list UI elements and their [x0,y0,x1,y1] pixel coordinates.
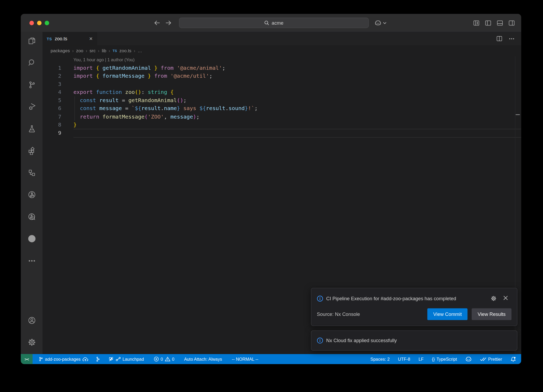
settings-gear-icon[interactable] [21,331,42,353]
status-bar: >< add-zoo-packages [21,354,521,364]
branch-name: add-zoo-packages [45,357,81,361]
copilot-status[interactable] [463,354,474,364]
notification-nx-cloud-fix[interactable]: Nx Cloud fix applied successfully [311,330,517,351]
nx-cloud-search-icon[interactable] [21,206,42,228]
error-icon [154,356,159,362]
notification-message: Nx Cloud fix applied successfully [326,338,397,343]
split-editor-icon[interactable] [497,36,502,41]
screen: acme [0,0,543,392]
publish-cloud-icon [82,357,88,361]
typescript-file-icon: TS [112,49,117,53]
source-control-icon[interactable] [21,74,42,96]
breadcrumb-separator: › [98,48,99,53]
vim-mode-status[interactable]: -- NORMAL -- [229,354,261,364]
launchpad-status[interactable]: Launchpad [106,354,146,364]
explorer-icon[interactable] [21,30,42,52]
search-icon[interactable] [21,52,42,74]
prettier-status[interactable]: Prettier [478,354,505,364]
code-line[interactable]: 1import { getRandomAnimal } from '@acme/… [43,64,521,72]
breadcrumb-separator: › [134,48,135,53]
code-line[interactable]: 2import { formatMessage } from '@acme/ut… [43,72,521,80]
problems-status[interactable]: 0 0 [151,354,177,364]
more-views-icon[interactable] [21,250,42,272]
toggle-panel-icon[interactable] [497,20,503,25]
git-branch-status[interactable]: add-zoo-packages [36,354,91,364]
navigate-forward-icon[interactable] [165,20,171,25]
zoom-window-button[interactable] [45,21,49,25]
view-commit-button[interactable]: View Commit [427,308,468,320]
more-actions-icon[interactable] [509,38,514,39]
tab-close-icon[interactable]: ✕ [89,36,93,41]
run-and-debug-icon[interactable] [21,96,42,118]
customize-layout-icon[interactable] [473,20,479,25]
code-line[interactable]: 5 const result = getRandomAnimal(); [43,96,521,104]
code-line[interactable]: 3 [43,80,521,88]
accounts-icon[interactable] [21,309,42,331]
encoding-status[interactable]: UTF-8 [396,354,413,364]
view-results-button[interactable]: View Results [472,308,511,320]
extensions-icon[interactable] [21,140,42,162]
double-check-icon [480,357,487,361]
copilot-menu[interactable] [375,14,386,32]
line-number: 3 [43,81,62,87]
language-mode-status[interactable]: {} TypeScript [430,354,459,364]
code-line[interactable]: 8} [43,121,521,129]
command-center-search[interactable]: acme [179,18,369,28]
notifications-bell[interactable] [508,354,518,364]
edge-tools-icon[interactable] [21,228,42,250]
error-count: 0 [161,357,163,361]
nx-console-icon[interactable] [21,184,42,206]
breadcrumb-item[interactable]: src [90,48,96,54]
toggle-secondary-sidebar-icon[interactable] [509,20,515,25]
title-bar: acme [21,14,521,32]
chevron-down-icon [383,22,387,24]
line-number: 6 [43,105,62,112]
current-line-border [73,129,521,129]
minimize-window-button[interactable] [37,21,42,25]
notification-toasts: CI Pipeline Execution for #add-zoo-packa… [311,288,517,350]
close-window-button[interactable] [29,21,34,25]
line-content: export function zoo(): string { [73,89,174,95]
line-content: const result = getRandomAnimal(); [73,97,187,104]
notification-settings-gear-icon[interactable] [491,295,497,301]
source-control-graph-status[interactable] [93,354,103,364]
line-number: 2 [43,73,62,79]
launchpad-label: Launchpad [122,357,144,361]
line-number: 4 [43,89,62,95]
toggle-primary-sidebar-icon[interactable] [485,20,491,25]
indent-guide [75,96,75,121]
line-content: const message = `${result.name} says ${r… [73,105,258,112]
breadcrumb-item[interactable]: zoo [76,48,83,54]
braces-icon: {} [432,357,435,361]
copilot-icon [375,20,381,26]
line-number: 1 [43,65,62,71]
testing-icon[interactable] [21,118,42,140]
auto-attach-label: Auto Attach: Always [184,357,222,361]
line-content: } [73,122,77,128]
code-line[interactable]: 9 [43,129,521,137]
notification-close-icon[interactable] [503,295,508,301]
link-icon [116,357,121,361]
remote-indicator[interactable]: >< [21,354,32,364]
code-line[interactable]: 4export function zoo(): string { [43,88,521,96]
copilot-icon [465,356,472,362]
navigate-back-icon[interactable] [154,20,160,25]
breadcrumb-item[interactable]: lib [102,48,106,54]
project-structure-icon[interactable] [21,162,42,184]
traffic-lights [29,21,49,25]
line-number: 7 [43,114,62,120]
eol-label: LF [419,357,424,361]
overview-ruler-cursor-marker [516,114,520,115]
auto-attach-status[interactable]: Auto Attach: Always [182,354,225,364]
breadcrumb-item[interactable]: packages [51,48,70,54]
tab-zoo-ts[interactable]: TS zoo.ts ✕ [43,32,97,45]
git-blame-row: You, 1 hour ago | 1 author (You) [43,56,521,64]
search-icon [264,20,269,25]
code-line[interactable]: 6 const message = `${result.name} says $… [43,104,521,113]
breadcrumb-item[interactable]: … [138,48,142,54]
indentation-status[interactable]: Spaces: 2 [368,354,392,364]
breadcrumb-item[interactable]: zoo.ts [119,48,131,54]
code-line[interactable]: 7 return formatMessage('ZOO', message); [43,112,521,121]
notification-ci-pipeline[interactable]: CI Pipeline Execution for #add-zoo-packa… [311,288,517,326]
eol-status[interactable]: LF [416,354,426,364]
